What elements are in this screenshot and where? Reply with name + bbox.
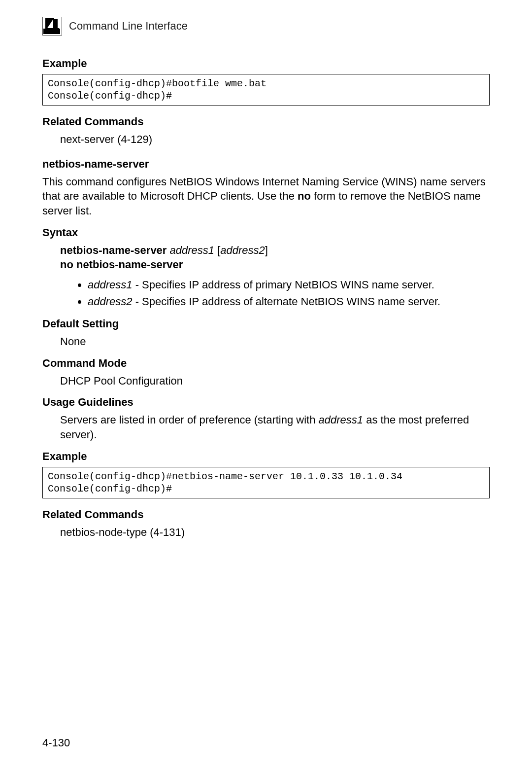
syntax-rbracket: ]	[265, 244, 268, 256]
command-description: This command configures NetBIOS Windows …	[42, 175, 490, 218]
syntax-lbracket: [	[214, 244, 220, 256]
usage-pre: Servers are listed in order of preferenc…	[60, 414, 319, 426]
syntax-cmd: netbios-name-server	[60, 244, 166, 256]
param1-name: address1	[88, 279, 133, 291]
syntax-arg1: address1	[170, 244, 215, 256]
param2-name: address2	[88, 295, 133, 308]
chapter-number-icon	[42, 17, 62, 35]
heading-default-setting: Default Setting	[42, 317, 490, 330]
heading-command-mode: Command Mode	[42, 357, 490, 370]
svg-rect-3	[55, 19, 58, 34]
command-mode-text: DHCP Pool Configuration	[42, 374, 490, 388]
heading-usage-guidelines: Usage Guidelines	[42, 396, 490, 409]
heading-syntax: Syntax	[42, 226, 490, 239]
parameter-list: address1 - Specifies IP address of prima…	[42, 277, 490, 310]
param-address2: address2 - Specifies IP address of alter…	[88, 294, 490, 310]
heading-example-2: Example	[42, 450, 490, 463]
param1-desc: - Specifies IP address of primary NetBIO…	[133, 279, 434, 291]
desc-bold-no: no	[298, 190, 311, 202]
page-number: 4-130	[42, 737, 70, 749]
code-example-2: Console(config-dhcp)#netbios-name-server…	[42, 467, 490, 498]
param-address1: address1 - Specifies IP address of prima…	[88, 277, 490, 293]
syntax-line-2: no netbios-name-server	[60, 257, 490, 272]
default-setting-text: None	[42, 334, 490, 349]
header-title: Command Line Interface	[69, 20, 188, 33]
svg-rect-4	[45, 28, 59, 32]
code-example-1: Console(config-dhcp)#bootfile wme.bat Co…	[42, 74, 490, 106]
syntax-arg2: address2	[220, 244, 265, 256]
syntax-line-1: netbios-name-server address1 [address2]	[60, 243, 490, 258]
related-command-1: next-server (4-129)	[42, 132, 490, 147]
related-command-2: netbios-node-type (4-131)	[42, 525, 490, 540]
usage-it: address1	[319, 414, 364, 426]
heading-related-2: Related Commands	[42, 508, 490, 521]
heading-command-name: netbios-name-server	[42, 158, 490, 171]
page-content: Command Line Interface Example Console(c…	[0, 0, 532, 539]
page-header: Command Line Interface	[42, 17, 490, 35]
param2-desc: - Specifies IP address of alternate NetB…	[133, 295, 441, 308]
usage-guidelines-text: Servers are listed in order of preferenc…	[42, 413, 490, 442]
syntax-block: netbios-name-server address1 [address2] …	[42, 243, 490, 272]
heading-example-1: Example	[42, 57, 490, 70]
heading-related-1: Related Commands	[42, 115, 490, 128]
